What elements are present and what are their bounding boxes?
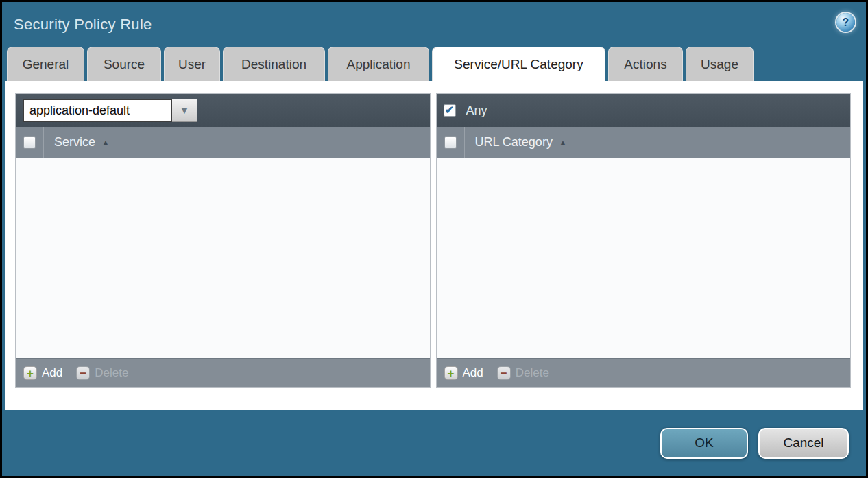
tab-source[interactable]: Source bbox=[87, 47, 161, 81]
add-plus-icon: + bbox=[444, 366, 458, 380]
add-plus-icon: + bbox=[23, 366, 37, 380]
service-select-all-checkbox[interactable] bbox=[23, 136, 36, 149]
chevron-down-icon: ▼ bbox=[180, 105, 189, 116]
url-category-any-checkbox[interactable]: ✔ bbox=[444, 104, 456, 117]
url-category-table-body bbox=[437, 158, 851, 358]
url-category-delete-button[interactable]: − Delete bbox=[497, 366, 549, 380]
tab-general[interactable]: General bbox=[7, 47, 84, 81]
url-category-table-header: URL Category ▲ bbox=[437, 127, 851, 158]
url-category-add-button[interactable]: + Add bbox=[444, 366, 483, 380]
service-delete-label: Delete bbox=[95, 366, 128, 380]
delete-minus-icon: − bbox=[497, 366, 511, 380]
service-panel: application-default ▼ Service ▲ + Add bbox=[15, 93, 431, 388]
url-category-any-bar: ✔ Any bbox=[437, 94, 851, 127]
tab-content: application-default ▼ Service ▲ + Add bbox=[5, 81, 863, 410]
service-select-all-cell bbox=[16, 127, 44, 158]
url-category-select-all-checkbox[interactable] bbox=[444, 136, 457, 149]
service-delete-button[interactable]: − Delete bbox=[76, 366, 128, 380]
url-category-delete-label: Delete bbox=[516, 366, 549, 380]
url-category-table-footer: + Add − Delete bbox=[437, 358, 851, 387]
service-table-header: Service ▲ bbox=[16, 127, 430, 158]
sort-ascending-icon[interactable]: ▲ bbox=[559, 138, 567, 147]
tab-application[interactable]: Application bbox=[328, 47, 429, 81]
service-add-button[interactable]: + Add bbox=[23, 366, 62, 380]
tab-actions[interactable]: Actions bbox=[608, 47, 683, 81]
ok-button[interactable]: OK bbox=[660, 428, 748, 459]
tab-user[interactable]: User bbox=[164, 47, 220, 81]
title-bar: Security Policy Rule ? bbox=[2, 2, 866, 47]
service-type-dropdown-button[interactable]: ▼ bbox=[172, 99, 197, 122]
tab-destination[interactable]: Destination bbox=[223, 47, 325, 81]
service-type-value[interactable]: application-default bbox=[23, 99, 172, 122]
sort-ascending-icon[interactable]: ▲ bbox=[101, 138, 110, 147]
service-type-combobox: application-default ▼ bbox=[23, 99, 197, 122]
url-category-add-label: Add bbox=[463, 366, 483, 380]
url-category-any-label: Any bbox=[466, 104, 487, 118]
dialog-button-bar: OK Cancel bbox=[2, 410, 866, 476]
dialog-title: Security Policy Rule bbox=[14, 16, 152, 34]
tab-usage[interactable]: Usage bbox=[686, 47, 754, 81]
cancel-button[interactable]: Cancel bbox=[758, 428, 849, 459]
url-category-select-all-cell bbox=[437, 127, 465, 158]
url-category-column-header[interactable]: URL Category bbox=[475, 135, 553, 150]
help-icon[interactable]: ? bbox=[836, 13, 855, 32]
security-policy-rule-dialog: Security Policy Rule ? General Source Us… bbox=[0, 0, 868, 478]
tab-service-url-category[interactable]: Service/URL Category bbox=[432, 47, 605, 81]
service-add-label: Add bbox=[42, 366, 62, 380]
service-table-footer: + Add − Delete bbox=[16, 358, 430, 387]
delete-minus-icon: − bbox=[76, 366, 90, 380]
tab-strip: General Source User Destination Applicat… bbox=[2, 47, 866, 81]
service-column-header[interactable]: Service bbox=[54, 135, 95, 150]
service-type-bar: application-default ▼ bbox=[16, 94, 430, 127]
service-table-body bbox=[16, 158, 430, 358]
url-category-panel: ✔ Any URL Category ▲ + Add − Delete bbox=[436, 93, 852, 388]
